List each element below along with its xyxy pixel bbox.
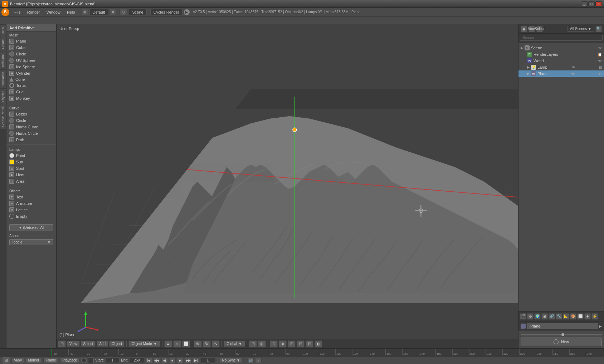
other-lattice[interactable]: ⊞ Lattice <box>6 207 56 213</box>
mesh-circle[interactable]: Circle <box>6 51 56 57</box>
texture-props-icon[interactable]: ⬜ <box>577 313 584 320</box>
texture-mode-icon[interactable]: ⬜ <box>182 340 190 348</box>
vtab-physics[interactable]: Physics <box>0 89 6 104</box>
prev-frame-btn[interactable]: ◀◀ <box>154 358 160 363</box>
playback-btn[interactable]: Playback <box>60 358 80 363</box>
physics-props-icon[interactable]: ⚡ <box>591 313 598 320</box>
minimize-button[interactable]: _ <box>581 1 588 6</box>
vtab-grease-pencil[interactable]: Grease Pencil <box>0 104 6 129</box>
plane-visibility-eye[interactable]: 👁 <box>571 72 575 76</box>
no-sync-dropdown[interactable]: No Sync ▼ <box>220 358 243 363</box>
mesh-grid[interactable]: ⊞ Grid <box>6 89 56 95</box>
scene-visibility-icon[interactable]: 👁 <box>598 46 602 50</box>
close-workspace-icon[interactable]: ✕ <box>109 9 116 15</box>
curve-path[interactable]: / Path <box>6 137 56 143</box>
object-mode-dropdown[interactable]: Object Mode ▼ <box>128 341 160 347</box>
current-frame-input[interactable] <box>201 358 215 363</box>
extra-icon-6[interactable]: ◐ <box>315 340 322 348</box>
menu-render[interactable]: Render <box>24 9 43 15</box>
wire-mode-icon[interactable]: ○ <box>173 340 181 348</box>
proportional-icon[interactable]: ◎ <box>258 340 266 348</box>
timeline-icon-btn[interactable]: ⊞ <box>2 357 10 364</box>
constraint-props-icon[interactable]: 🔗 <box>549 313 555 320</box>
maximize-button[interactable]: □ <box>588 1 595 6</box>
solid-mode-icon[interactable]: ● <box>164 340 172 348</box>
lamp-hemi[interactable]: ◗ Hemi <box>6 172 56 178</box>
play-back-btn[interactable]: ◀ <box>161 358 168 363</box>
action-dropdown[interactable]: Toggle ▼ <box>9 239 53 245</box>
other-empty[interactable]: Empty <box>6 213 56 220</box>
outliner-icon-btn[interactable]: ◉ <box>521 26 527 32</box>
material-slider-track[interactable] <box>521 334 602 335</box>
lamp-render-icon[interactable]: ⊡ <box>599 65 602 69</box>
lamp-point[interactable]: Point <box>6 152 56 159</box>
snap-icon[interactable]: ⊟ <box>249 340 257 348</box>
marker-btn[interactable]: Marker <box>26 358 42 363</box>
world-visibility[interactable]: 👁 <box>598 59 602 63</box>
material-props-icon[interactable]: 🎨 <box>570 313 576 320</box>
nurbs-circle[interactable]: Nurbs Circle <box>6 130 56 137</box>
other-text[interactable]: T Text <box>6 194 56 200</box>
add-menu-btn[interactable]: Add <box>97 341 108 347</box>
extra-icon-2[interactable]: ◈ <box>279 340 287 348</box>
play-btn[interactable]: ▶ <box>177 358 184 363</box>
search-btn[interactable]: 🔍 <box>595 26 602 32</box>
world-props-icon[interactable]: 🌍 <box>534 313 541 320</box>
view-btn[interactable]: View <box>528 26 535 32</box>
lamp-visibility-eye[interactable]: 👁 <box>571 65 575 69</box>
global-dropdown[interactable]: Global ▼ <box>224 341 245 347</box>
lamp-area[interactable]: □ Area <box>6 178 56 185</box>
prev-keyframe-btn[interactable]: |◀ <box>146 358 152 363</box>
tree-plane[interactable]: ▶ ▭ Plane 👁 ⊡ <box>518 70 604 77</box>
curve-circle[interactable]: Circle <box>6 117 56 124</box>
view-menu-btn[interactable]: View <box>67 341 80 347</box>
tree-scene[interactable]: ▶ S Scene 👁 <box>518 45 604 51</box>
menu-window[interactable]: Window <box>44 9 63 15</box>
workspace-dropdown[interactable]: Default <box>89 9 108 15</box>
stop-btn[interactable]: ■ <box>169 358 176 363</box>
mesh-icosphere[interactable]: ⬡ Ico Sphere <box>6 64 56 70</box>
tree-lamp[interactable]: ▶ 💡 Lamp 👁 ⊡ <box>518 64 604 70</box>
scene-dropdown[interactable]: Scene <box>129 9 146 15</box>
timeline-ruler-area[interactable]: -50-40-30-20-100102030405060708090100110… <box>0 348 604 356</box>
search-input[interactable] <box>520 35 603 41</box>
frame-btn[interactable]: Frame <box>43 358 59 363</box>
other-armature[interactable]: ⊹ Armature <box>6 200 56 207</box>
object-menu-btn[interactable]: Object <box>109 341 125 347</box>
vtab-tools[interactable]: Tools <box>0 25 6 37</box>
plane-name-field[interactable]: Plane <box>527 323 598 329</box>
view-timeline-btn[interactable]: View <box>11 358 24 363</box>
mesh-cylinder[interactable]: ⊟ Cylinder <box>6 70 56 77</box>
vtab-relations[interactable]: Relations <box>0 51 6 69</box>
data-props-icon[interactable]: 📐 <box>563 313 569 320</box>
viewport-icon-btn[interactable]: ⊞ <box>58 340 66 348</box>
plane-render-icon[interactable]: ⊡ <box>599 72 602 76</box>
extra-icon-1[interactable]: ⊕ <box>270 340 278 348</box>
extra-icon-5[interactable]: ⊡ <box>306 340 313 348</box>
select-menu-btn[interactable]: Select <box>81 341 96 347</box>
next-keyframe-btn[interactable]: ▶| <box>193 358 199 363</box>
tree-world[interactable]: W World 👁 <box>518 58 604 64</box>
modifier-props-icon[interactable]: 🔧 <box>556 313 562 320</box>
render-props-icon[interactable]: 🎬 <box>520 313 526 320</box>
close-button[interactable]: ✕ <box>595 1 602 6</box>
scale-icon[interactable]: ⤡ <box>212 340 220 348</box>
transform-icon[interactable]: ⊕ <box>194 340 202 348</box>
extra-icon-4[interactable]: ⊟ <box>297 340 305 348</box>
viewport-3d[interactable]: User Persp <box>57 24 518 339</box>
renderer-dropdown[interactable]: Cycles Render <box>150 9 182 15</box>
workspace-icon[interactable]: ⊞ <box>82 9 88 15</box>
next-frame-btn[interactable]: ▶▶ <box>185 358 191 363</box>
curve-bezier[interactable]: ~ Bezier <box>6 111 56 117</box>
lamp-sun[interactable]: ☀ Sun <box>6 159 56 165</box>
tree-renderlayers[interactable]: R RenderLayers 📋 <box>518 51 604 58</box>
audio-btn[interactable]: 🔊 <box>247 358 254 363</box>
mesh-monkey[interactable]: ◉ Monkey <box>6 95 56 102</box>
end-frame-input[interactable] <box>130 358 144 363</box>
mesh-cube[interactable]: □ Cube <box>6 44 56 51</box>
mesh-plane[interactable]: ▭ Plane <box>6 38 56 44</box>
deselect-all-btn[interactable]: ▼ (De)select All <box>9 224 53 231</box>
audio-sync-btn[interactable]: ♪ <box>255 358 262 363</box>
vtab-create[interactable]: Create <box>0 37 6 51</box>
nurbs-curve[interactable]: ~ Nurbs Curve <box>6 124 56 130</box>
